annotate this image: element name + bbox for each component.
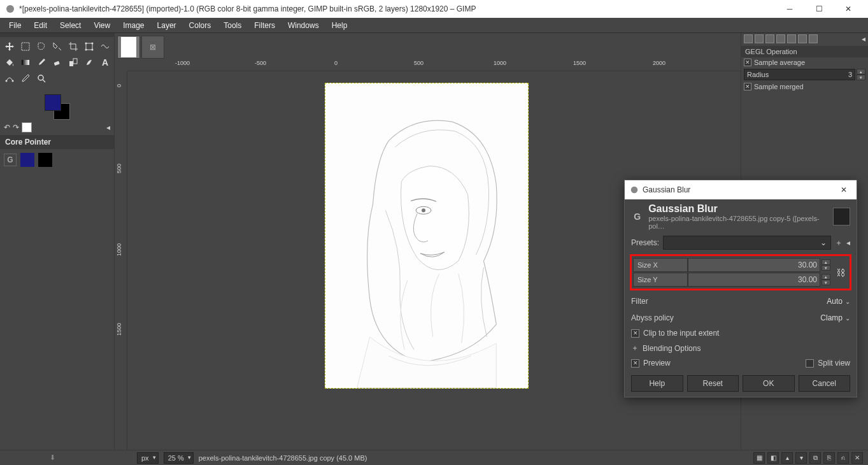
transform-tool[interactable] <box>82 39 96 54</box>
text-tool[interactable]: A <box>98 55 112 69</box>
sb-icon-8[interactable]: ✕ <box>851 452 863 464</box>
svg-point-6 <box>92 49 94 51</box>
warp-tool[interactable] <box>98 39 112 54</box>
rect-select-tool[interactable] <box>18 39 32 54</box>
split-view-checkbox[interactable] <box>806 359 814 368</box>
svg-rect-9 <box>69 61 73 66</box>
dock-tab-7[interactable] <box>809 34 818 43</box>
bucket-fill-tool[interactable] <box>3 55 17 69</box>
radius-label: Radius <box>747 71 769 78</box>
foreground-color-swatch[interactable] <box>45 94 61 111</box>
menu-help[interactable]: Help <box>325 19 354 32</box>
maximize-button[interactable]: ☐ <box>804 0 834 18</box>
menu-image[interactable]: Image <box>117 19 150 32</box>
menu-colors[interactable]: Colors <box>183 19 218 32</box>
minimize-button[interactable]: ─ <box>775 0 804 18</box>
color-swatches[interactable] <box>45 94 70 120</box>
preset-add-icon[interactable]: ＋ <box>835 238 843 248</box>
download-icon[interactable]: ⬇ <box>50 454 55 462</box>
size-y-input[interactable]: 30.00 <box>688 273 820 287</box>
dock-tab-4[interactable] <box>776 34 785 43</box>
vertical-ruler[interactable]: 0 500 1000 1500 <box>115 71 127 450</box>
svg-point-17 <box>422 208 425 212</box>
dock-tab-2[interactable] <box>755 34 764 43</box>
preview-checkbox[interactable]: ✕ <box>631 359 639 368</box>
zoom-select[interactable]: 25 % <box>164 452 194 464</box>
menu-view[interactable]: View <box>87 19 117 32</box>
menu-file[interactable]: File <box>3 19 27 32</box>
dock-tab-5[interactable] <box>787 34 796 43</box>
paintbrush-tool[interactable] <box>34 55 48 69</box>
size-y-label: Size Y <box>633 273 688 287</box>
image-tab-2[interactable]: ⊠ <box>141 36 164 59</box>
gegl-logo-icon: G <box>631 210 643 223</box>
free-select-tool[interactable] <box>34 39 48 54</box>
sb-icon-4[interactable]: ▾ <box>795 452 807 464</box>
dialog-title: Gaussian Blur <box>648 203 828 215</box>
size-x-input[interactable]: 30.00 <box>688 258 820 272</box>
canvas-image <box>325 83 529 389</box>
dock-tab-6[interactable] <box>798 34 807 43</box>
menubar: File Edit Select View Image Layer Colors… <box>0 18 868 33</box>
sb-icon-1[interactable]: ▦ <box>753 452 765 464</box>
close-window-button[interactable]: ✕ <box>834 0 863 18</box>
sb-icon-5[interactable]: ⧉ <box>809 452 821 464</box>
fuzzy-select-tool[interactable] <box>50 39 64 54</box>
pointer-bg-color[interactable] <box>38 153 52 167</box>
radius-input[interactable]: Radius 3 <box>744 69 855 80</box>
active-brush-swatch[interactable] <box>22 122 32 132</box>
dock-tab-1[interactable] <box>744 34 753 43</box>
cancel-button[interactable]: Cancel <box>799 375 851 392</box>
panel-menu-icon[interactable]: ◂ <box>106 123 110 132</box>
image-tab-1[interactable] <box>117 36 140 59</box>
clip-checkbox[interactable]: ✕ <box>631 329 639 338</box>
gimp-dialog-icon <box>630 185 639 194</box>
color-picker-tool[interactable] <box>18 71 32 85</box>
clone-tool[interactable] <box>66 55 80 69</box>
unit-select[interactable]: px <box>137 452 159 464</box>
help-button[interactable]: Help <box>631 375 683 392</box>
zoom-tool[interactable] <box>34 71 48 85</box>
eraser-tool[interactable] <box>50 55 64 69</box>
window-title: *[pexels-polina-tankilevitch-4728655] (i… <box>19 4 775 13</box>
svg-rect-10 <box>73 59 77 64</box>
size-y-spinner[interactable]: ▴▾ <box>822 274 830 285</box>
filter-select[interactable]: Filter Auto ⌄ <box>625 293 857 310</box>
horizontal-ruler[interactable]: -1000 -500 0 500 1000 1500 2000 <box>127 59 741 71</box>
dock-menu-icon[interactable]: ◂ <box>862 34 865 45</box>
dock-tab-3[interactable] <box>765 34 774 43</box>
gradient-tool[interactable] <box>18 55 32 69</box>
preset-menu-icon[interactable]: ◂ <box>846 238 850 247</box>
abyss-select[interactable]: Abyss policy Clamp ⌄ <box>625 310 857 326</box>
chain-link-icon[interactable]: ⛓ <box>836 268 845 278</box>
menu-filters[interactable]: Filters <box>248 19 281 32</box>
sample-average-checkbox[interactable]: ✕ <box>744 59 751 66</box>
menu-edit[interactable]: Edit <box>27 19 53 32</box>
svg-point-12 <box>12 80 14 82</box>
sb-icon-6[interactable]: ⎘ <box>823 452 835 464</box>
crop-tool[interactable] <box>66 39 80 54</box>
undo-icon[interactable]: ↶ <box>4 123 10 132</box>
svg-point-0 <box>6 5 14 13</box>
preview-label: Preview <box>643 359 671 368</box>
menu-select[interactable]: Select <box>53 19 87 32</box>
dialog-close-button[interactable]: ✕ <box>836 185 851 194</box>
menu-layer[interactable]: Layer <box>151 19 183 32</box>
menu-tools[interactable]: Tools <box>217 19 248 32</box>
pointer-fg-color[interactable] <box>20 153 34 167</box>
menu-windows[interactable]: Windows <box>281 19 325 32</box>
size-x-spinner[interactable]: ▴▾ <box>822 259 830 271</box>
smudge-tool[interactable] <box>82 55 96 69</box>
sb-icon-7[interactable]: ⎌ <box>837 452 849 464</box>
sb-icon-3[interactable]: ▴ <box>781 452 793 464</box>
move-tool[interactable] <box>3 39 17 54</box>
path-tool[interactable] <box>3 71 17 85</box>
sb-icon-2[interactable]: ◧ <box>767 452 779 464</box>
reset-button[interactable]: Reset <box>687 375 739 392</box>
ok-button[interactable]: OK <box>743 375 795 392</box>
sample-merged-checkbox[interactable]: ✕ <box>744 83 751 90</box>
presets-dropdown[interactable]: ⌄ <box>663 236 831 250</box>
redo-icon[interactable]: ↷ <box>13 123 19 132</box>
blending-options-expander[interactable]: ＋ Blending Options <box>625 340 857 356</box>
radius-spinner[interactable]: ▴▾ <box>857 69 865 80</box>
